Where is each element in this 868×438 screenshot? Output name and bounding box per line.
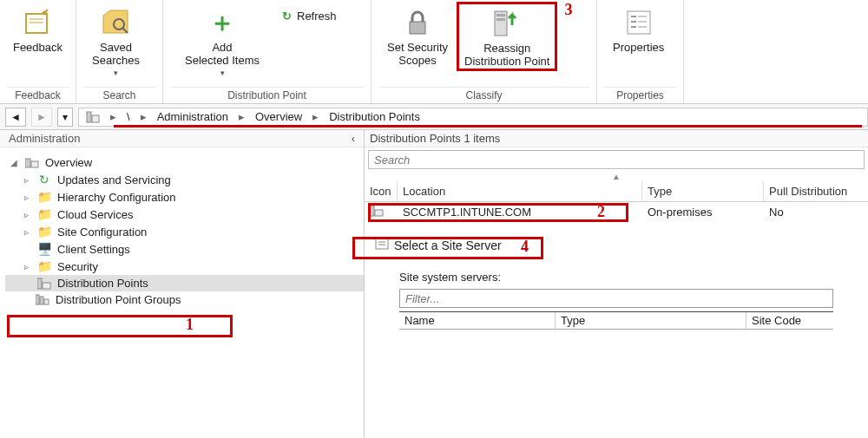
callout-badge-4: 4 (521, 238, 529, 256)
column-location[interactable]: Location (398, 181, 642, 201)
ribbon-group-classify: Classify (378, 87, 589, 103)
breadcrumb-root[interactable]: \ (120, 110, 137, 123)
callout-box-2 (368, 203, 628, 222)
breadcrumb-home-icon[interactable] (79, 111, 107, 123)
nav-tree-pane: Administration ‹ ◢ Overview ▹ ↻ Updates … (0, 130, 365, 438)
ribbon-group-feedback: Feedback (7, 87, 69, 103)
collapse-pane-icon[interactable]: ‹ (352, 132, 355, 145)
ribbon: Feedback Feedback Saved Searches ▾ Searc… (0, 0, 868, 104)
feedback-icon (21, 5, 56, 40)
nav-dropdown-button[interactable]: ▾ (57, 108, 73, 127)
detail-col-type[interactable]: Type (556, 312, 746, 329)
tree-node-cloud-services[interactable]: ▹ 📁 Cloud Services (5, 206, 364, 223)
svg-rect-7 (496, 14, 505, 16)
detail-col-name[interactable]: Name (399, 312, 556, 329)
search-field[interactable] (374, 154, 858, 167)
search-input[interactable] (368, 150, 865, 169)
breadcrumb-separator: ▸ (107, 110, 120, 123)
callout-underline (114, 125, 862, 127)
svg-rect-23 (40, 297, 43, 304)
svg-rect-19 (31, 161, 38, 167)
callout-badge-2: 2 (597, 203, 605, 221)
distribution-point-groups-icon (35, 294, 50, 306)
column-headers: Icon Location Type Pull Distribution (365, 181, 868, 202)
properties-button[interactable]: Properties (604, 2, 673, 55)
breadcrumb-overview[interactable]: Overview (248, 110, 309, 123)
tree-node-client-settings[interactable]: 🖥️ Client Settings (5, 240, 364, 258)
breadcrumb-bar: ◄ ► ▾ ▸ \ ▸ Administration ▸ Overview ▸ … (0, 104, 868, 130)
breadcrumb: ▸ \ ▸ Administration ▸ Overview ▸ Distri… (78, 108, 868, 127)
breadcrumb-distribution-points[interactable]: Distribution Points (322, 110, 427, 123)
list-title: Distribution Points 1 items (365, 130, 868, 147)
svg-rect-0 (26, 14, 47, 33)
tree-node-security[interactable]: ▹ 📁 Security (5, 258, 364, 275)
server-reassign-icon (490, 6, 524, 41)
detail-column-headers: Name Type Site Code (399, 311, 833, 330)
folder-icon: 📁 (36, 207, 52, 221)
lock-icon (400, 5, 435, 40)
tree-node-distribution-point-groups[interactable]: Distribution Point Groups (5, 291, 364, 308)
callout-badge-1: 1 (186, 316, 194, 334)
svg-rect-18 (25, 159, 30, 167)
ribbon-group-dist-point: Distribution Point (170, 87, 364, 103)
nav-tree-title: Administration ‹ (0, 130, 364, 147)
folder-icon: 📁 (36, 259, 52, 273)
callout-box-4 (352, 237, 543, 259)
main-area: Administration ‹ ◢ Overview ▹ ↻ Updates … (0, 130, 868, 438)
filter-input[interactable] (399, 289, 833, 308)
expand-icon: ◢ (9, 158, 19, 167)
svg-rect-8 (496, 18, 505, 21)
saved-searches-icon (98, 5, 133, 40)
nav-forward-button[interactable]: ► (31, 108, 52, 127)
reassign-distribution-point-button[interactable]: Reassign Distribution Point 3 (457, 2, 557, 71)
client-settings-icon: 🖥️ (36, 242, 52, 256)
sort-indicator-icon: ▲ (365, 172, 868, 181)
column-type[interactable]: Type (642, 181, 764, 201)
callout-box-1 (7, 315, 233, 337)
site-servers-label: Site system servers: (399, 271, 868, 284)
folder-icon: 📁 (36, 225, 52, 239)
dropdown-arrow-icon: ▾ (220, 69, 225, 77)
svg-rect-22 (36, 295, 39, 304)
tree-node-hierarchy-config[interactable]: ▹ 📁 Hierarchy Configuration (5, 188, 364, 206)
folder-icon: 📁 (36, 190, 52, 204)
ribbon-group-search: Search (83, 87, 155, 103)
distribution-points-icon (36, 278, 52, 290)
row-pull: No (764, 206, 868, 219)
tree-node-updates-servicing[interactable]: ▹ ↻ Updates and Servicing (5, 171, 364, 188)
refresh-icon: ↻ (279, 9, 293, 23)
svg-rect-20 (37, 278, 42, 289)
svg-rect-21 (43, 283, 50, 289)
column-pull[interactable]: Pull Distribution (764, 181, 868, 201)
nav-back-button[interactable]: ◄ (5, 108, 26, 127)
refresh-button[interactable]: ↻ Refresh (274, 5, 342, 26)
updates-icon: ↻ (36, 173, 52, 186)
svg-rect-24 (44, 299, 49, 304)
tree-node-site-config[interactable]: ▹ 📁 Site Configuration (5, 223, 364, 240)
svg-rect-9 (628, 11, 650, 34)
add-icon: ＋ (205, 5, 240, 40)
saved-searches-button[interactable]: Saved Searches ▾ (83, 2, 148, 77)
properties-icon (621, 5, 656, 40)
feedback-button[interactable]: Feedback (7, 2, 69, 55)
svg-rect-16 (87, 112, 91, 122)
tree-node-distribution-points[interactable]: Distribution Points (5, 275, 364, 291)
callout-badge-3: 3 (564, 1, 572, 19)
svg-rect-5 (410, 22, 425, 34)
tree-node-overview[interactable]: ◢ Overview (5, 154, 364, 171)
add-selected-items-button[interactable]: ＋ Add Selected Items ▾ (170, 2, 274, 77)
svg-rect-17 (92, 115, 99, 122)
column-icon[interactable]: Icon (365, 181, 398, 201)
overview-icon (24, 157, 40, 169)
row-type: On-premises (642, 206, 764, 219)
filter-field[interactable] (405, 292, 827, 305)
detail-col-code[interactable]: Site Code (746, 312, 833, 329)
ribbon-group-properties: Properties (604, 87, 676, 103)
breadcrumb-administration[interactable]: Administration (150, 110, 235, 123)
set-security-scopes-button[interactable]: Set Security Scopes (378, 2, 457, 68)
content-pane: Distribution Points 1 items ▲ Icon Locat… (365, 130, 868, 438)
dropdown-arrow-icon: ▾ (114, 69, 118, 77)
